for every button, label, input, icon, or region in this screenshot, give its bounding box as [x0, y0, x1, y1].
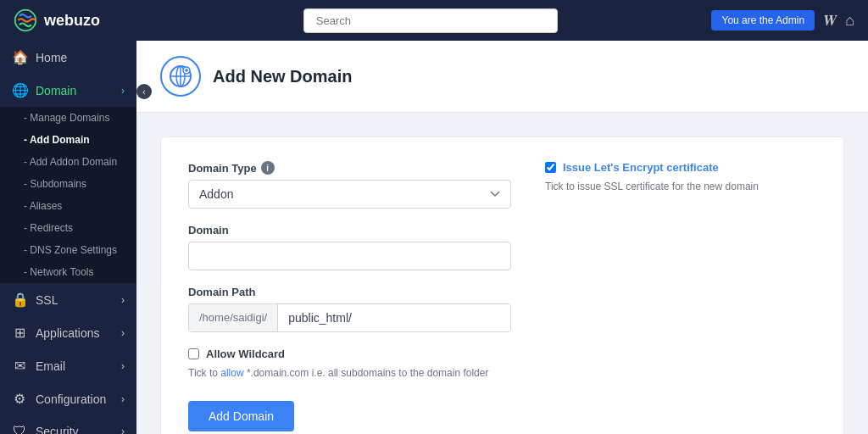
domain-type-select-wrapper: Addon Subdomain Alias — [188, 180, 511, 209]
sidebar-manage-domains[interactable]: - Manage Domains — [0, 107, 136, 129]
ssl-group: Issue Let's Encrypt certificate Tick to … — [545, 161, 816, 192]
sidebar-item-email[interactable]: ✉ Email › — [0, 349, 136, 382]
sidebar-collapse-button[interactable]: ‹ — [136, 84, 152, 99]
sidebar-ssl-label: SSL — [36, 293, 58, 307]
domain-type-group: Domain Type i Addon Subdomain Alias — [188, 161, 511, 209]
domain-path-group: Domain Path /home/saidigi/ — [188, 286, 511, 332]
sidebar-item-applications[interactable]: ⊞ Applications › — [0, 316, 136, 349]
wildcard-hint-link[interactable]: allow — [220, 367, 243, 379]
sidebar-add-domain[interactable]: - Add Domain — [0, 129, 136, 151]
header-right: You are the Admin 𝑾 ⌂ — [711, 10, 854, 31]
sidebar-configuration-label: Configuration — [36, 392, 106, 406]
btn-row: Add Domain — [188, 401, 511, 431]
page-header-icon — [160, 56, 201, 97]
ssl-checkbox[interactable] — [545, 162, 556, 173]
sidebar-item-home[interactable]: 🏠 Home — [0, 41, 136, 74]
wildcard-group: Allow Wildcard Tick to allow *.domain.co… — [188, 348, 511, 381]
domain-path-prefix: /home/saidigi/ — [189, 304, 278, 331]
configuration-icon: ⚙ — [12, 391, 27, 407]
sidebar-home-label: Home — [36, 51, 67, 64]
sidebar-aliases[interactable]: - Aliases — [0, 195, 136, 217]
sidebar-item-security[interactable]: 🛡 Security › — [0, 415, 136, 434]
logo-text: webuzo — [44, 12, 100, 30]
header-center — [159, 8, 701, 33]
search-input[interactable] — [303, 8, 558, 33]
security-icon: 🛡 — [12, 424, 27, 434]
wildcard-checkbox-row: Allow Wildcard — [188, 348, 511, 360]
sidebar-domain-label: Domain — [36, 84, 76, 97]
form-col-left: Domain Type i Addon Subdomain Alias — [188, 161, 511, 431]
ssl-icon: 🔒 — [12, 292, 27, 308]
sidebar-item-domain[interactable]: 🌐 Domain › — [0, 74, 136, 107]
domain-path-input[interactable] — [278, 304, 510, 331]
domain-input[interactable] — [188, 242, 511, 270]
domain-group: Domain — [188, 224, 511, 270]
webuzo-logo-icon — [14, 8, 37, 32]
sidebar-network-tools[interactable]: - Network Tools — [0, 261, 136, 283]
sidebar-dns-zone[interactable]: - DNS Zone Settings — [0, 239, 136, 261]
form-col-right: Issue Let's Encrypt certificate Tick to … — [545, 161, 816, 431]
sidebar-applications-label: Applications — [36, 326, 100, 340]
domain-type-info-icon[interactable]: i — [261, 161, 275, 175]
security-chevron-icon: › — [121, 426, 125, 434]
form-card: Domain Type i Addon Subdomain Alias — [160, 136, 844, 434]
ssl-hint: Tick to issue SSL certificate for the ne… — [545, 181, 816, 192]
form-row: Domain Type i Addon Subdomain Alias — [188, 161, 816, 431]
home-sidebar-icon: 🏠 — [12, 49, 27, 65]
sidebar-item-configuration[interactable]: ⚙ Configuration › — [0, 382, 136, 415]
ssl-label[interactable]: Issue Let's Encrypt certificate — [563, 161, 719, 174]
sidebar-security-label: Security — [36, 425, 79, 434]
add-domain-button[interactable]: Add Domain — [188, 401, 294, 431]
wordpress-icon[interactable]: 𝑾 — [823, 12, 837, 30]
logo: webuzo — [14, 8, 149, 32]
header: webuzo You are the Admin 𝑾 ⌂ — [0, 0, 868, 41]
sidebar-subdomains[interactable]: - Subdomains — [0, 173, 136, 195]
ssl-chevron-icon: › — [121, 294, 125, 306]
domain-path-label: Domain Path — [188, 286, 511, 298]
form-area: Domain Type i Addon Subdomain Alias — [136, 113, 868, 434]
sidebar-item-ssl[interactable]: 🔒 SSL › — [0, 283, 136, 316]
domain-type-select[interactable]: Addon Subdomain Alias — [188, 180, 511, 209]
configuration-chevron-icon: › — [121, 393, 125, 405]
email-icon: ✉ — [12, 358, 27, 374]
page-header: Add New Domain — [136, 41, 868, 113]
wildcard-label[interactable]: Allow Wildcard — [206, 348, 285, 360]
sidebar-email-label: Email — [36, 359, 65, 373]
sidebar-redirects[interactable]: - Redirects — [0, 217, 136, 239]
email-chevron-icon: › — [121, 360, 125, 372]
domain-chevron-icon: › — [121, 85, 125, 97]
admin-badge: You are the Admin — [711, 10, 815, 31]
sidebar-add-addon-domain[interactable]: - Add Addon Domain — [0, 151, 136, 173]
domain-label: Domain — [188, 224, 511, 236]
page-title: Add New Domain — [213, 67, 352, 86]
main-content: Add New Domain Domain Type i — [136, 41, 868, 434]
layout: 🏠 Home 🌐 Domain › - Manage Domains - Add… — [0, 41, 868, 434]
sidebar: 🏠 Home 🌐 Domain › - Manage Domains - Add… — [0, 41, 136, 434]
home-icon[interactable]: ⌂ — [845, 12, 854, 30]
wildcard-hint: Tick to allow *.domain.com i.e. all subd… — [188, 365, 511, 381]
wildcard-checkbox[interactable] — [188, 348, 199, 359]
sidebar-domain-submenu: - Manage Domains - Add Domain - Add Addo… — [0, 107, 136, 283]
domain-path-row: /home/saidigi/ — [188, 303, 511, 332]
domain-type-label: Domain Type i — [188, 161, 511, 175]
applications-chevron-icon: › — [121, 327, 125, 339]
ssl-checkbox-row: Issue Let's Encrypt certificate — [545, 161, 816, 174]
domain-icon: 🌐 — [12, 82, 27, 98]
applications-icon: ⊞ — [12, 325, 27, 341]
